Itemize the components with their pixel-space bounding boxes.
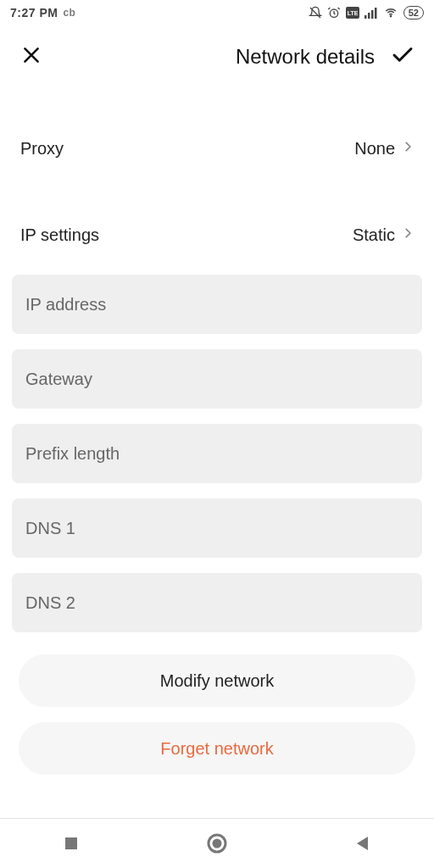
svg-rect-3 [364, 15, 367, 19]
close-icon [20, 44, 42, 70]
dns1-field[interactable] [12, 498, 422, 558]
signal-icon [364, 7, 378, 19]
dns2-input[interactable] [25, 593, 409, 613]
svg-point-10 [212, 839, 221, 849]
system-nav-bar [0, 819, 434, 868]
svg-text:LTE: LTE [347, 10, 358, 16]
svg-rect-5 [371, 10, 374, 19]
status-time: 7:27 PM [10, 6, 58, 19]
ip-settings-label: IP settings [20, 225, 99, 245]
forget-network-label: Forget network [160, 739, 273, 759]
ip-address-input[interactable] [25, 295, 409, 314]
circle-icon [206, 832, 228, 854]
gateway-field[interactable] [12, 349, 422, 409]
nav-recent-button[interactable] [63, 835, 80, 852]
modify-network-button[interactable]: Modify network [19, 654, 415, 707]
proxy-value: None [354, 139, 395, 159]
ip-settings-value: Static [353, 225, 395, 245]
svg-rect-4 [368, 13, 370, 19]
status-cb: cb [63, 7, 75, 19]
nav-home-button[interactable] [206, 832, 228, 854]
ip-address-field[interactable] [12, 275, 422, 334]
bell-off-icon [309, 6, 322, 19]
proxy-label: Proxy [20, 139, 64, 159]
square-icon [63, 835, 80, 852]
svg-rect-6 [375, 8, 377, 19]
status-bar: 7:27 PM cb LTE 52 [0, 0, 434, 25]
proxy-row[interactable]: Proxy None [12, 137, 422, 159]
page-header: Network details [0, 25, 434, 76]
modify-network-label: Modify network [160, 671, 275, 691]
page-title: Network details [46, 45, 388, 69]
forget-network-button[interactable]: Forget network [19, 722, 415, 775]
ip-settings-row[interactable]: IP settings Static [12, 224, 422, 246]
nav-back-button[interactable] [354, 835, 371, 852]
prefix-length-field[interactable] [12, 424, 422, 483]
check-icon [390, 42, 415, 71]
battery-level: 52 [403, 6, 424, 19]
svg-rect-8 [65, 837, 77, 849]
chevron-right-icon [402, 137, 414, 159]
alarm-icon [327, 6, 341, 19]
gateway-input[interactable] [25, 370, 409, 389]
chevron-right-icon [402, 224, 414, 246]
triangle-left-icon [354, 835, 371, 852]
svg-point-7 [390, 16, 391, 17]
close-button[interactable] [17, 42, 46, 71]
prefix-length-input[interactable] [25, 444, 409, 464]
wifi-icon [383, 7, 398, 19]
dns2-field[interactable] [12, 573, 422, 632]
confirm-button[interactable] [388, 42, 417, 71]
dns1-input[interactable] [25, 519, 409, 538]
content-area: Proxy None IP settings Static [0, 76, 434, 818]
volte-icon: LTE [346, 7, 359, 19]
